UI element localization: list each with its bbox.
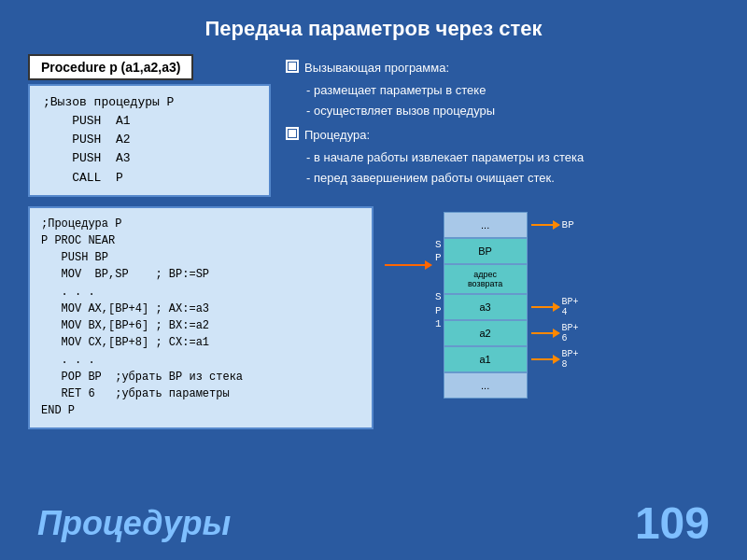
- top-left-panel: Procedure p (a1,a2,a3) ;Вызов процедуры …: [28, 54, 271, 197]
- stack-cells: ... BP адресвозврата a3 a2 a1 ...: [444, 212, 528, 399]
- top-code-box: ;Вызов процедуры P PUSH A1 PUSH A2 PUSH …: [28, 84, 271, 197]
- checkbox-icon-2: [286, 127, 299, 140]
- right-label-bp: BP: [562, 219, 574, 231]
- sp-labels: S P S P 1: [435, 212, 442, 330]
- code-line-3: PUSH A2: [43, 131, 256, 149]
- desc-text-2: Процедура:: [304, 125, 370, 146]
- right-label-bp8: BP+8: [562, 349, 579, 370]
- desc-bullet-2: Процедура:: [286, 125, 584, 146]
- footer-page: 109: [635, 497, 710, 549]
- stack-cell-a1: a1: [444, 346, 528, 372]
- bottom-code-line-4: MOV BP,SP ; BP:=SP: [41, 266, 360, 283]
- desc-sub-1: - размещает параметры в стеке: [306, 80, 584, 101]
- stack-diagram-area: S P S P 1 ... BP адресвозврата a3 a2 a1 …: [385, 206, 579, 429]
- bottom-code-line-10: POP BP ;убрать BP из стека: [41, 369, 360, 385]
- page-title: Передача параметров через стек: [0, 0, 747, 54]
- code-line-5: CALL P: [43, 169, 256, 188]
- desc-bullet-1: Вызывающая программа:: [286, 58, 584, 78]
- checkbox-icon-1: [286, 60, 299, 73]
- bottom-code-line-2: P PROC NEAR: [41, 232, 360, 249]
- right-label-bp6: BP+6: [562, 323, 579, 343]
- right-label-bp4: BP+4: [562, 297, 579, 317]
- code-line-1: ;Вызов процедуры P: [43, 93, 256, 112]
- stack-cell-dots-bot: ...: [444, 372, 528, 399]
- footer-title: Процедуры: [37, 504, 231, 543]
- bottom-code-line-1: ;Процедура P: [41, 216, 360, 232]
- code-line-4: PUSH A3: [43, 149, 256, 168]
- bottom-code-box: ;Процедура P P PROC NEAR PUSH BP MOV BP,…: [28, 206, 374, 429]
- desc-sub-4: - перед завершением работы очищает стек.: [306, 168, 584, 189]
- stack-right-labels: BP BP+4: [531, 212, 579, 372]
- bottom-code-line-6: MOV AX,[BP+4] ; AX:=a3: [41, 301, 360, 317]
- arrow-to-stack: [385, 212, 435, 266]
- stack-cell-a2: a2: [444, 320, 528, 346]
- desc-sub-2: - осуществляет вызов процедуры: [306, 101, 584, 121]
- bottom-code-line-8: MOV CX,[BP+8] ; CX:=a1: [41, 334, 360, 351]
- footer: Процедуры 109: [0, 490, 747, 549]
- procedure-header-box: Procedure p (a1,a2,a3): [28, 54, 193, 80]
- stack-cell-addr: адресвозврата: [444, 264, 528, 294]
- stack-cell-a3: a3: [444, 294, 528, 320]
- bottom-code-line-7: MOV BX,[BP+6] ; BX:=a2: [41, 317, 360, 334]
- bottom-code-line-3: PUSH BP: [41, 249, 360, 266]
- code-line-2: PUSH A1: [43, 112, 256, 131]
- bottom-code-line-9: . . .: [41, 352, 360, 369]
- bottom-code-line-12: END P: [41, 402, 360, 419]
- desc-sub-3: - в начале работы извлекает параметры из…: [306, 147, 584, 168]
- stack-cell-dots-top: ...: [444, 212, 528, 238]
- stack-cell-bp: BP: [444, 238, 528, 264]
- bottom-code-line-5: . . .: [41, 284, 360, 301]
- description-panel: Вызывающая программа: - размещает параме…: [286, 54, 584, 197]
- desc-text-1: Вызывающая программа:: [304, 58, 449, 78]
- bottom-code-line-11: RET 6 ;убрать параметры: [41, 385, 360, 402]
- page-background: Передача параметров через стек Procedure…: [0, 0, 747, 560]
